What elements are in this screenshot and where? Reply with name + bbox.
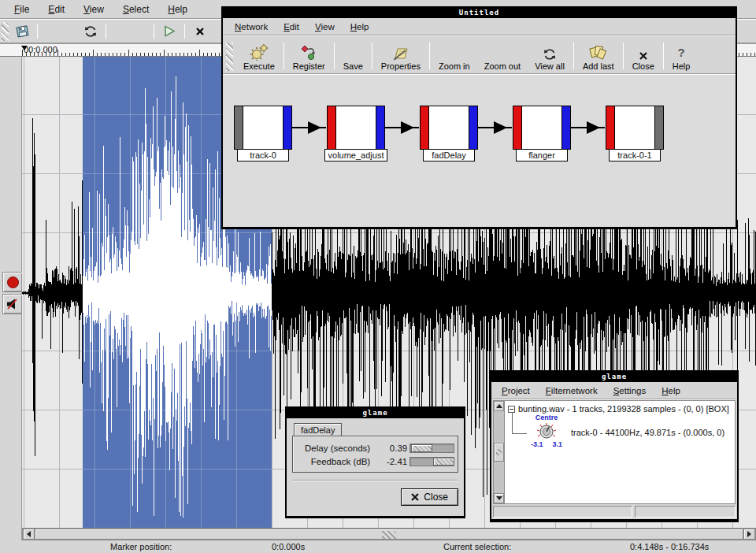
tab-faddelay[interactable]: fadDelay bbox=[294, 423, 342, 436]
output-port[interactable] bbox=[283, 106, 291, 149]
toolbar-grip[interactable] bbox=[2, 22, 9, 41]
parameter-row: Delay (seconds) 0.39 bbox=[296, 441, 454, 455]
filter-node-graph: track-0 volume_adjust bbox=[234, 106, 664, 161]
x-icon bbox=[639, 43, 648, 61]
delay-slider[interactable] bbox=[410, 444, 454, 453]
dialog-titlebar[interactable]: glame bbox=[287, 408, 464, 418]
toolbar-label: Execute bbox=[243, 61, 275, 71]
slider-handle[interactable] bbox=[433, 458, 454, 466]
menu-help[interactable]: Help bbox=[160, 2, 195, 17]
tree-item-track-0[interactable]: track-0 - 44100Hz, 49.871s - (0.000s, 0) bbox=[571, 428, 724, 437]
marker-position-value: 0:0.000s bbox=[272, 542, 305, 551]
filternetwork-titlebar[interactable]: Untitled bbox=[223, 8, 736, 18]
node-body bbox=[522, 106, 561, 149]
record-icon bbox=[7, 276, 19, 288]
input-port[interactable] bbox=[513, 106, 522, 149]
menu-select[interactable]: Select bbox=[115, 2, 157, 17]
record-button[interactable] bbox=[2, 272, 23, 292]
menu-file[interactable]: File bbox=[6, 2, 37, 17]
feedback-value: -2.41 bbox=[370, 457, 410, 466]
view-all-button[interactable]: View all bbox=[528, 43, 572, 71]
scroll-left-button[interactable] bbox=[23, 529, 35, 540]
scrollbar-thumb[interactable] bbox=[494, 443, 504, 462]
connection-arrow-icon bbox=[385, 106, 420, 150]
scroll-up-button[interactable] bbox=[494, 401, 504, 411]
close-dialog-button[interactable]: Close bbox=[401, 488, 458, 506]
toolbar-label: Zoom out bbox=[484, 61, 521, 71]
help-network-button[interactable]: ? Help bbox=[665, 43, 698, 71]
toolbar-separator bbox=[372, 43, 372, 69]
output-port[interactable] bbox=[561, 106, 570, 149]
scrollbar-trough[interactable] bbox=[494, 462, 504, 493]
toolbar-separator bbox=[106, 24, 106, 39]
delay-value: 0.39 bbox=[370, 444, 410, 453]
filternetwork-window: Untitled Network Edit View Help Execute bbox=[221, 6, 737, 229]
menu-settings[interactable]: Settings bbox=[606, 384, 654, 397]
mute-button[interactable] bbox=[2, 294, 23, 314]
filternetwork-canvas[interactable]: track-0 volume_adjust bbox=[223, 74, 736, 227]
node-box[interactable] bbox=[234, 106, 292, 150]
knob-max: 3.1 bbox=[552, 440, 562, 448]
properties-button[interactable]: Properties bbox=[374, 43, 428, 71]
output-port[interactable] bbox=[654, 106, 663, 149]
menu-edit[interactable]: Edit bbox=[276, 20, 306, 33]
input-port[interactable] bbox=[235, 106, 243, 149]
save-network-button[interactable]: Save bbox=[336, 43, 370, 71]
input-port[interactable] bbox=[328, 106, 336, 149]
node-box[interactable] bbox=[513, 106, 571, 150]
toolbar-separator bbox=[623, 43, 624, 69]
current-selection-value: 0:4.148s - 0:16.734s bbox=[630, 542, 709, 551]
scroll-right-button[interactable] bbox=[743, 529, 755, 540]
output-port[interactable] bbox=[376, 106, 384, 149]
execute-button[interactable]: Execute bbox=[236, 43, 282, 71]
save-button[interactable] bbox=[12, 22, 32, 41]
menu-help[interactable]: Help bbox=[654, 384, 687, 397]
menu-help[interactable]: Help bbox=[343, 20, 376, 33]
menu-project[interactable]: Project bbox=[495, 384, 537, 397]
add-last-button[interactable]: Add last bbox=[576, 43, 621, 71]
node-box[interactable] bbox=[606, 106, 664, 150]
filter-node-track-0-1[interactable]: track-0-1 bbox=[606, 106, 664, 161]
slider-handle[interactable] bbox=[411, 444, 432, 452]
floppy-disk-icon bbox=[15, 24, 30, 38]
toolbar-separator bbox=[184, 24, 185, 39]
ruler-time-label: 00:0.000 bbox=[24, 45, 57, 54]
refresh-button[interactable] bbox=[80, 22, 101, 41]
menu-filternetwork[interactable]: Filternetwork bbox=[539, 384, 605, 397]
filter-node-flanger[interactable]: flanger bbox=[513, 106, 571, 161]
feedback-slider[interactable] bbox=[410, 457, 454, 466]
circular-arrows-icon bbox=[84, 25, 97, 38]
toolbar-label: Add last bbox=[583, 61, 614, 71]
close-network-button[interactable]: Close bbox=[625, 43, 662, 71]
menu-view[interactable]: View bbox=[308, 20, 342, 33]
play-button[interactable] bbox=[159, 22, 180, 41]
zoom-out-button[interactable]: Zoom out bbox=[477, 43, 528, 71]
project-titlebar[interactable]: glame bbox=[491, 372, 737, 382]
node-box[interactable] bbox=[420, 106, 478, 150]
play-triangle-icon bbox=[164, 25, 176, 37]
toolbar-label: Help bbox=[673, 61, 691, 71]
gain-knob[interactable]: Centre -3.1 3.1 bbox=[528, 414, 565, 448]
filter-node-faddelay[interactable]: fadDelay bbox=[420, 106, 478, 161]
right-arrow-icon bbox=[747, 531, 751, 537]
input-port[interactable] bbox=[606, 106, 615, 149]
zoom-in-button[interactable]: Zoom in bbox=[432, 43, 477, 71]
menu-view[interactable]: View bbox=[76, 2, 112, 17]
menu-edit[interactable]: Edit bbox=[40, 2, 72, 17]
stop-close-button[interactable] bbox=[190, 22, 210, 41]
scroll-down-button[interactable] bbox=[494, 493, 504, 503]
tree-item-bunting[interactable]: bunting.wav - 1 tracks, 2199328 samples … bbox=[508, 404, 729, 414]
register-button[interactable]: Register bbox=[286, 43, 332, 71]
scrollbar-thumb[interactable] bbox=[35, 529, 743, 540]
output-port[interactable] bbox=[469, 106, 477, 149]
menu-network[interactable]: Network bbox=[228, 20, 275, 33]
separator bbox=[292, 480, 458, 481]
project-window: glame Project Filternetwork Settings Hel… bbox=[490, 370, 739, 522]
button-row: Close bbox=[292, 488, 458, 506]
filter-node-volume-adjust[interactable]: volume_adjust bbox=[327, 106, 385, 161]
node-box[interactable] bbox=[327, 106, 385, 150]
tree-branch-line bbox=[512, 412, 527, 434]
input-port[interactable] bbox=[421, 106, 429, 149]
toolbar-grip[interactable] bbox=[226, 43, 233, 71]
filter-node-track-0[interactable]: track-0 bbox=[234, 106, 292, 161]
